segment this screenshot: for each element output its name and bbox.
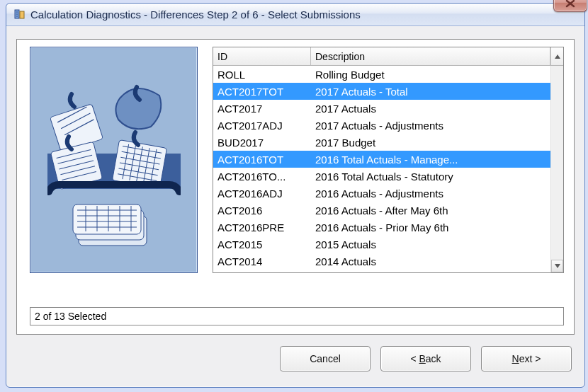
table-row[interactable]: ACT20152015 Actuals bbox=[213, 236, 550, 253]
selection-status: 2 of 13 Selected bbox=[30, 307, 564, 325]
cancel-button[interactable]: Cancel bbox=[280, 346, 371, 371]
table-row[interactable]: ACT20162016 Actuals - After May 6th bbox=[213, 202, 550, 219]
cell-description: 2017 Actuals - Adjustments bbox=[311, 120, 550, 132]
cell-description: 2016 Total Actuals - Manage... bbox=[311, 154, 550, 166]
table-row[interactable]: ACT2017ADJ2017 Actuals - Adjustments bbox=[213, 117, 550, 134]
window-controls bbox=[553, 0, 587, 12]
table-row[interactable]: BUD20172017 Budget bbox=[213, 134, 550, 151]
column-header-id-label: ID bbox=[217, 51, 227, 62]
vertical-scrollbar[interactable] bbox=[550, 66, 563, 272]
column-header-id[interactable]: ID bbox=[213, 47, 311, 65]
cell-description: 2014 Actuals bbox=[311, 255, 550, 267]
next-button[interactable]: Next > bbox=[481, 346, 572, 371]
wizard-image-panel bbox=[30, 47, 198, 273]
cell-id: ACT2016 bbox=[213, 204, 311, 217]
cell-description: 2017 Actuals bbox=[311, 103, 550, 115]
next-button-label: Next > bbox=[512, 353, 541, 364]
cell-description: 2015 Actuals bbox=[311, 238, 550, 250]
cell-description: Rolling Budget bbox=[311, 69, 550, 81]
cell-id: ACT2017ADJ bbox=[213, 120, 311, 132]
table-row[interactable]: ACT20172017 Actuals bbox=[213, 100, 550, 117]
list-header: ID Description bbox=[213, 47, 563, 66]
svg-rect-1 bbox=[20, 11, 24, 18]
cell-id: ACT2017TOT bbox=[213, 86, 311, 98]
cell-description: 2016 Actuals - Adjustments bbox=[311, 188, 550, 200]
titlebar: Calculation Diagnostics - Differences St… bbox=[6, 4, 584, 26]
table-row[interactable]: ACT2016TOT2016 Total Actuals - Manage... bbox=[213, 151, 550, 168]
cell-id: ACT2016TO... bbox=[213, 171, 311, 183]
cell-description: 2016 Total Actuals - Statutory bbox=[311, 171, 550, 183]
list-body: ROLLRolling BudgetACT2017TOT2017 Actuals… bbox=[213, 66, 563, 272]
table-row[interactable]: ACT2016ADJ2016 Actuals - Adjustments bbox=[213, 185, 550, 202]
cell-description: 2016 Actuals - After May 6th bbox=[311, 204, 550, 217]
cancel-button-label: Cancel bbox=[310, 353, 341, 364]
cell-id: ACT2017 bbox=[213, 103, 311, 115]
cell-id: BUD2017 bbox=[213, 137, 311, 149]
wizard-content: ID Description ROLLRolling BudgetACT2017… bbox=[16, 39, 575, 335]
column-header-description-label: Description bbox=[315, 51, 365, 62]
scroll-up-button[interactable] bbox=[550, 47, 563, 65]
window-title: Calculation Diagnostics - Differences St… bbox=[30, 8, 361, 21]
cell-id: ACT2016TOT bbox=[213, 154, 311, 166]
dialog-window: Calculation Diagnostics - Differences St… bbox=[6, 3, 585, 388]
table-row[interactable]: ACT2016TO...2016 Total Actuals - Statuto… bbox=[213, 168, 550, 185]
triangle-down-icon bbox=[554, 263, 561, 269]
cell-id: ACT2016PRE bbox=[213, 221, 311, 234]
table-row[interactable]: ROLLRolling Budget bbox=[213, 66, 550, 83]
table-row[interactable]: ACT2016PRE2016 Actuals - Prior May 6th bbox=[213, 219, 550, 236]
cell-description: 2017 Actuals - Total bbox=[311, 86, 550, 98]
cell-id: ACT2014 bbox=[213, 255, 311, 267]
cell-id: ROLL bbox=[213, 69, 311, 81]
submissions-list[interactable]: ID Description ROLLRolling BudgetACT2017… bbox=[213, 47, 564, 273]
triangle-up-icon bbox=[554, 54, 561, 59]
app-icon bbox=[13, 8, 26, 21]
column-header-description[interactable]: Description bbox=[311, 47, 550, 65]
scroll-down-button[interactable] bbox=[551, 260, 563, 272]
cell-id: ACT2015 bbox=[213, 238, 311, 250]
cell-id: ACT2016ADJ bbox=[213, 188, 311, 200]
table-row[interactable]: ACT2017TOT2017 Actuals - Total bbox=[213, 83, 550, 100]
selection-status-text: 2 of 13 Selected bbox=[35, 311, 106, 322]
back-button[interactable]: < Back bbox=[380, 346, 471, 371]
cell-description: 2016 Actuals - Prior May 6th bbox=[311, 221, 550, 234]
svg-rect-2 bbox=[50, 104, 103, 153]
close-icon bbox=[565, 0, 575, 8]
close-button[interactable] bbox=[553, 0, 587, 12]
table-row[interactable]: ACT20142014 Actuals bbox=[213, 253, 550, 270]
wizard-buttons: Cancel < Back Next > bbox=[280, 346, 572, 374]
back-button-label: < Back bbox=[410, 353, 441, 364]
documents-illustration-icon bbox=[47, 76, 181, 253]
cell-description: 2017 Budget bbox=[311, 137, 550, 149]
